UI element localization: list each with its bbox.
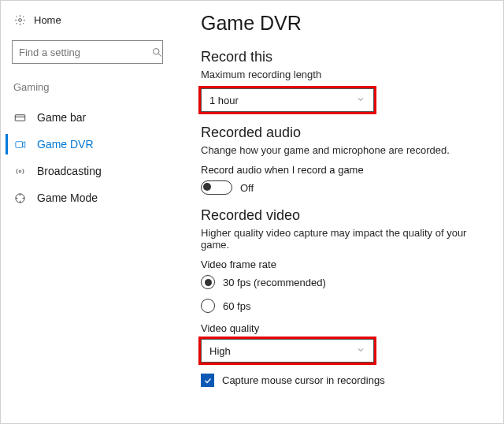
capture-cursor-checkbox-row[interactable]: Capture mouse cursor in recordings	[201, 374, 484, 387]
svg-rect-3	[15, 114, 25, 121]
svg-line-2	[158, 54, 161, 56]
select-value: 1 hour	[209, 95, 239, 106]
search-input[interactable]	[19, 46, 151, 58]
sidebar: Home Gaming Game bar Game DVR Broa	[6, 6, 171, 418]
radio-icon	[201, 275, 215, 289]
svg-rect-5	[15, 141, 22, 147]
record-audio-toggle[interactable]	[201, 180, 232, 195]
radio-label: 30 fps (recommended)	[223, 277, 326, 288]
recorded-audio-sub: Change how your game and microphone are …	[201, 144, 484, 156]
capture-cursor-label: Capture mouse cursor in recordings	[222, 374, 385, 386]
home-label: Home	[34, 14, 61, 26]
radio-icon	[201, 299, 215, 313]
frame-rate-60-option[interactable]: 60 fps	[201, 299, 484, 313]
sidebar-item-label: Game Mode	[37, 192, 98, 204]
record-this-heading: Record this	[201, 49, 484, 65]
video-quality-select[interactable]: High	[201, 339, 374, 363]
sidebar-item-game-mode[interactable]: Game Mode	[12, 184, 163, 211]
recorded-video-heading: Recorded video	[201, 207, 484, 224]
svg-point-7	[19, 170, 21, 173]
sidebar-item-label: Game bar	[37, 111, 86, 124]
game-mode-icon	[13, 192, 26, 204]
home-link[interactable]: Home	[13, 13, 163, 26]
video-quality-label: Video quality	[201, 322, 484, 334]
svg-point-1	[154, 48, 160, 54]
sidebar-item-game-bar[interactable]: Game bar	[12, 104, 163, 131]
svg-point-0	[18, 18, 21, 21]
svg-marker-6	[22, 141, 24, 147]
broadcasting-icon	[13, 165, 26, 177]
search-icon	[151, 46, 163, 58]
max-recording-length-select[interactable]: 1 hour	[201, 88, 374, 112]
frame-rate-30-option[interactable]: 30 fps (recommended)	[201, 275, 484, 289]
radio-label: 60 fps	[223, 300, 250, 312]
group-label: Gaming	[13, 81, 163, 93]
recorded-audio-heading: Recorded audio	[201, 125, 484, 141]
game-dvr-icon	[13, 138, 26, 151]
search-box[interactable]	[12, 40, 163, 64]
sidebar-item-broadcasting[interactable]: Broadcasting	[12, 158, 163, 184]
game-bar-icon	[13, 111, 26, 124]
sidebar-item-label: Broadcasting	[37, 165, 102, 177]
checkbox-checked-icon	[201, 374, 214, 387]
main-content: Game DVR Record this Maximum recording l…	[171, 6, 498, 418]
select-value: High	[209, 345, 231, 357]
chevron-down-icon	[356, 95, 365, 106]
max-recording-length-label: Maximum recording length	[201, 69, 484, 80]
record-audio-toggle-label: Record audio when I record a game	[201, 164, 484, 176]
page-title: Game DVR	[201, 12, 484, 35]
sidebar-item-game-dvr[interactable]: Game DVR	[12, 131, 163, 158]
toggle-state: Off	[240, 182, 254, 194]
gear-icon	[13, 13, 26, 26]
sidebar-item-label: Game DVR	[37, 138, 94, 151]
frame-rate-label: Video frame rate	[201, 258, 484, 270]
chevron-down-icon	[356, 345, 365, 357]
recorded-video-sub: Higher quality video capture may impact …	[201, 227, 484, 251]
